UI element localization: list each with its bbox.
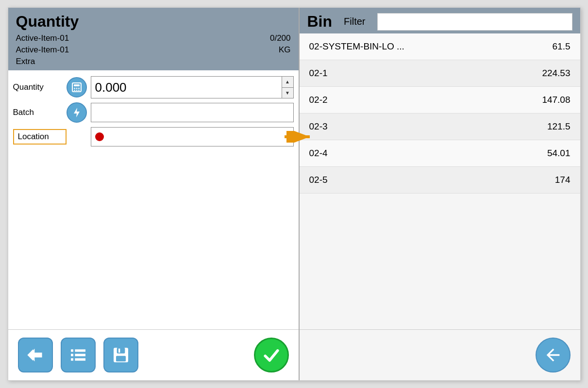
bin-qty: 147.08 <box>542 95 570 105</box>
list-button[interactable] <box>61 338 96 372</box>
svg-rect-5 <box>74 90 75 91</box>
item-value-1: 0/200 <box>270 33 291 43</box>
item-extra: Extra <box>16 56 291 67</box>
quantity-input[interactable] <box>91 77 282 98</box>
svg-rect-7 <box>78 90 80 91</box>
svg-rect-14 <box>75 354 85 356</box>
item-label-1: Active-Item-01 <box>16 33 69 43</box>
svg-rect-11 <box>71 349 73 352</box>
bin-list-item[interactable]: 02-2147.08 <box>300 87 580 113</box>
right-footer <box>300 329 580 380</box>
right-header: Bin Filter <box>300 8 580 33</box>
quantity-row: Quantity <box>13 76 294 98</box>
item-info-row1: Active-Item-01 0/200 <box>16 32 291 44</box>
checkmark-icon <box>261 344 282 366</box>
bin-name: 02-5 <box>309 175 328 185</box>
batch-row: Batch <box>13 102 294 123</box>
bin-qty: 54.01 <box>547 148 571 159</box>
filter-label: Filter <box>340 14 369 29</box>
batch-label: Batch <box>13 108 67 117</box>
bin-qty: 224.53 <box>542 68 570 79</box>
svg-rect-3 <box>76 88 77 89</box>
bottom-buttons <box>8 329 299 380</box>
confirm-button[interactable] <box>254 338 289 372</box>
lightning-icon-btn[interactable] <box>67 102 87 123</box>
back-button[interactable] <box>18 338 53 372</box>
svg-rect-1 <box>74 84 80 86</box>
bin-list-item[interactable]: 02-3121.5 <box>300 113 580 140</box>
calculator-icon <box>71 81 83 93</box>
svg-rect-12 <box>75 349 85 352</box>
svg-rect-16 <box>75 358 85 361</box>
save-button[interactable] <box>103 338 138 372</box>
lightning-icon <box>71 107 83 118</box>
bin-list-item[interactable]: 02-5174 <box>300 167 580 194</box>
location-label: Location <box>13 129 67 145</box>
svg-rect-20 <box>118 349 120 353</box>
quantity-label: Quantity <box>13 82 67 92</box>
bin-list: 02-SYSTEM-BIN-LO ...61.502-1224.5302-214… <box>300 33 580 329</box>
left-header: Quantity Active-Item-01 0/200 Active-Ite… <box>8 8 299 70</box>
bin-name: 02-2 <box>309 95 328 105</box>
quantity-spinners: ▲ ▼ <box>282 77 293 98</box>
save-icon <box>111 345 131 365</box>
calculator-icon-btn[interactable] <box>67 77 87 97</box>
svg-rect-6 <box>76 90 77 91</box>
bin-qty: 61.5 <box>553 41 571 52</box>
item-value-2: KG <box>279 45 291 55</box>
svg-marker-8 <box>74 108 80 117</box>
bin-title: Bin <box>307 13 333 31</box>
bin-list-item[interactable]: 02-SYSTEM-BIN-LO ...61.5 <box>300 33 580 60</box>
bin-list-item[interactable]: 02-454.01 <box>300 140 580 167</box>
main-container: Quantity Active-Item-01 0/200 Active-Ite… <box>8 7 581 381</box>
svg-rect-15 <box>71 358 73 361</box>
arrow-indicator <box>285 131 314 143</box>
location-row: Location <box>13 127 294 147</box>
form-area: Quantity <box>8 70 299 329</box>
bin-name: 02-1 <box>309 68 328 79</box>
right-panel: Bin Filter 02-SYSTEM-BIN-LO ...61.502-12… <box>300 8 580 380</box>
quantity-increment[interactable]: ▲ <box>282 77 293 88</box>
bin-name: 02-3 <box>309 121 328 132</box>
batch-input[interactable] <box>91 103 294 122</box>
filter-input[interactable] <box>377 13 572 31</box>
page-title: Quantity <box>16 13 291 31</box>
back-icon <box>26 345 45 365</box>
list-icon <box>68 345 88 365</box>
bin-back-icon <box>543 345 563 365</box>
quantity-decrement[interactable]: ▼ <box>282 88 293 98</box>
red-dot-indicator <box>95 132 104 141</box>
bin-qty: 174 <box>555 175 571 185</box>
bin-name: 02-SYSTEM-BIN-LO ... <box>309 41 404 52</box>
quantity-input-wrapper: ▲ ▼ <box>91 76 294 98</box>
svg-rect-2 <box>74 88 75 89</box>
bin-qty: 121.5 <box>547 121 571 132</box>
item-label-2: Active-Item-01 <box>16 45 69 55</box>
svg-rect-18 <box>117 348 125 354</box>
location-input-wrapper[interactable] <box>91 127 294 146</box>
bin-name: 02-4 <box>309 148 328 159</box>
svg-rect-19 <box>116 356 126 362</box>
item-info-row2: Active-Item-01 KG <box>16 44 291 56</box>
left-panel: Quantity Active-Item-01 0/200 Active-Ite… <box>8 8 300 380</box>
svg-rect-4 <box>78 88 80 89</box>
svg-rect-13 <box>71 354 73 356</box>
bin-list-item[interactable]: 02-1224.53 <box>300 60 580 87</box>
bin-back-button[interactable] <box>536 338 571 372</box>
